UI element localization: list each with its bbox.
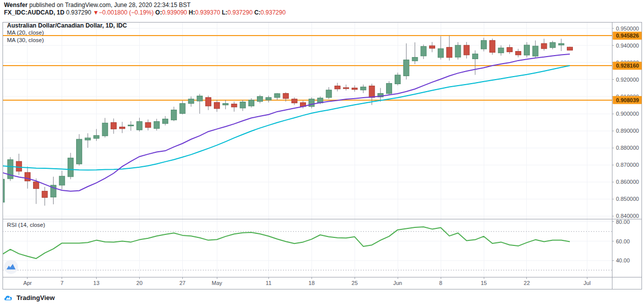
- main-chart-surface[interactable]: [3, 22, 612, 219]
- time-axis[interactable]: Apr7132027May111825Jun81522Jul: [23, 277, 590, 286]
- price-tick-label: 0.890000: [616, 128, 639, 134]
- time-tick-label: Jul: [583, 280, 590, 286]
- price-tick-label: 0.870000: [616, 162, 639, 168]
- time-tick-label: 15: [481, 280, 487, 286]
- time-tick-label: 22: [524, 280, 530, 286]
- time-tick-label: 18: [308, 280, 314, 286]
- price-tick-label: 0.900000: [616, 111, 639, 117]
- time-tick-label: 27: [179, 280, 185, 286]
- ma30-legend[interactable]: MA (30, close): [7, 37, 44, 43]
- price-tick-label: 0.950000: [616, 26, 639, 32]
- price-level-badge-label: 0.928160: [616, 63, 639, 69]
- price-tick-label: 0.860000: [616, 179, 639, 185]
- rsi-tick-label: 40.00: [616, 257, 630, 263]
- rsi-tick-label: 80.00: [616, 219, 630, 225]
- time-tick-label: 20: [136, 280, 142, 286]
- price-axis[interactable]: 0.9500000.9400000.9300000.9200000.910000…: [612, 26, 642, 263]
- rsi-tick-label: 60.00: [616, 238, 630, 244]
- time-tick-label: 8: [439, 280, 442, 286]
- time-tick-label: Apr: [23, 280, 32, 286]
- rsi-chart-surface[interactable]: [3, 219, 612, 277]
- time-tick-label: 13: [93, 280, 99, 286]
- time-tick-label: 11: [266, 280, 271, 286]
- price-tick-label: 0.880000: [616, 145, 639, 151]
- price-level-badge-label: 0.908039: [616, 97, 639, 103]
- time-tick-label: 7: [61, 280, 64, 286]
- time-tick-label: Jun: [393, 280, 402, 286]
- price-tick-label: 0.940000: [616, 43, 639, 49]
- time-tick-label: 25: [352, 280, 358, 286]
- time-tick-label: May: [212, 280, 222, 286]
- tradingview-brand[interactable]: TradingView: [4, 293, 55, 301]
- price-tick-label: 0.850000: [616, 196, 639, 202]
- price-tick-label: 0.920000: [616, 77, 639, 83]
- price-tick-label: 0.840000: [616, 213, 639, 219]
- ma20-legend[interactable]: MA (20, close): [7, 30, 44, 36]
- chart-title: Australian Dollar/Canadian Dollar, 1D, I…: [7, 22, 127, 29]
- rsi-legend[interactable]: RSI (14, close): [7, 222, 45, 228]
- tradingview-brand-text: TradingView: [17, 294, 55, 301]
- chart-canvas[interactable]: 0.9500000.9400000.9300000.9200000.910000…: [0, 0, 644, 304]
- price-level-badge-label: 0.945826: [616, 33, 639, 39]
- tradingview-logo-icon: [4, 293, 14, 301]
